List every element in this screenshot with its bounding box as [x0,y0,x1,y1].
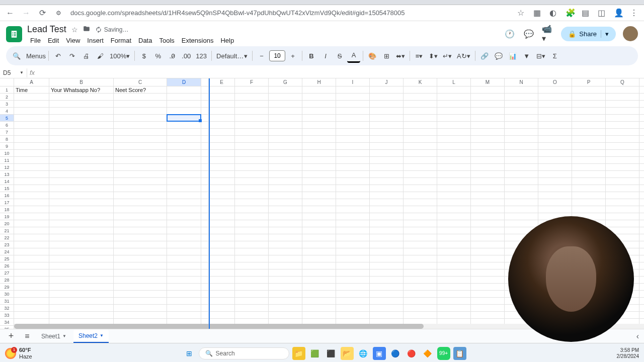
cell[interactable] [49,291,114,297]
cell[interactable] [114,101,167,107]
cell[interactable] [14,115,49,121]
cell[interactable] [437,241,471,248]
cell[interactable] [302,164,336,170]
share-button[interactable]: 🔒Share▾ [561,27,616,41]
cell[interactable] [14,101,49,107]
cell[interactable] [572,108,606,114]
cell[interactable] [302,199,336,206]
cell[interactable] [437,277,471,283]
cell[interactable] [404,248,437,255]
add-sheet-button[interactable]: + [4,331,18,341]
cell[interactable] [606,206,639,213]
url-text[interactable]: docs.google.com/spreadsheets/d/1HR4sew5Q… [68,9,513,17]
cell[interactable] [269,86,302,93]
cell[interactable] [437,178,471,185]
cell[interactable] [505,94,538,100]
cell[interactable] [114,213,167,220]
taskbar-app-4[interactable]: 📂 [341,347,354,360]
cell[interactable] [14,262,49,269]
taskbar-whatsapp[interactable]: 99+ [437,347,450,360]
cell[interactable] [538,206,572,213]
cell[interactable] [269,171,302,177]
cell[interactable] [538,136,572,142]
cell[interactable] [471,234,505,241]
print-icon[interactable]: 🖨 [79,49,93,63]
cell[interactable] [235,206,269,213]
cell[interactable] [209,101,235,107]
cell[interactable] [370,213,404,220]
cell[interactable] [235,262,269,269]
cell[interactable] [167,115,201,121]
cell[interactable] [606,199,639,206]
cell[interactable] [201,312,209,318]
col-header-N[interactable]: N [505,78,538,86]
cell[interactable] [336,178,370,185]
col-header-H[interactable]: H [302,78,336,86]
cell[interactable] [336,86,370,93]
row-header[interactable]: 21 [0,227,14,234]
cell[interactable] [404,269,437,276]
cell[interactable] [404,129,437,135]
cell[interactable] [167,136,201,142]
cell[interactable] [167,199,201,206]
cell[interactable] [336,108,370,114]
cell[interactable] [167,129,201,135]
cell[interactable] [201,86,209,93]
cell[interactable] [572,115,606,121]
cell[interactable] [201,291,209,297]
row-header[interactable]: 26 [0,262,14,269]
cell[interactable] [14,136,49,142]
cell[interactable] [370,284,404,290]
cell[interactable] [167,108,201,114]
comment-icon[interactable]: 💬 [523,28,535,40]
cell[interactable] [269,312,302,318]
cell[interactable] [437,171,471,177]
italic-icon[interactable]: I [319,49,332,63]
row-header[interactable]: 9 [0,143,14,149]
cell[interactable] [404,86,437,93]
cell[interactable] [336,157,370,163]
row-header[interactable]: 8 [0,136,14,142]
cell[interactable] [538,101,572,107]
cell[interactable] [302,129,336,135]
cell[interactable] [14,199,49,206]
cell[interactable] [336,185,370,192]
paint-format-icon[interactable]: 🖌 [94,49,107,63]
col-header-D[interactable]: D [167,78,201,86]
cell[interactable] [302,213,336,220]
increase-font-icon[interactable]: + [286,49,299,63]
document-title[interactable]: Lead Test [27,24,66,35]
more-formats-icon[interactable]: 123 [194,49,209,63]
cell[interactable] [167,86,201,93]
cell[interactable] [209,305,235,311]
cell[interactable] [505,171,538,177]
cell[interactable] [437,298,471,304]
cell[interactable] [370,108,404,114]
cell[interactable] [471,94,505,100]
cell[interactable] [336,262,370,269]
text-color-icon[interactable]: A [347,49,360,63]
menu-extensions[interactable]: Extensions [179,36,217,45]
cell[interactable] [269,115,302,121]
cell[interactable] [437,86,471,93]
cell[interactable] [302,94,336,100]
cell[interactable] [14,234,49,241]
star-icon[interactable]: ☆ [71,26,78,34]
decrease-decimal-icon[interactable]: .0̷ [166,49,179,63]
cell[interactable] [209,248,235,255]
cell[interactable] [538,164,572,170]
cell[interactable] [167,94,201,100]
cell[interactable] [201,108,209,114]
reload-button[interactable]: ⟳ [36,7,48,19]
cell[interactable] [14,255,49,262]
cell[interactable] [209,171,235,177]
cell[interactable] [572,199,606,206]
puzzle-icon[interactable]: 🧩 [566,8,576,18]
cell[interactable] [269,101,302,107]
cell[interactable] [209,284,235,290]
cell[interactable] [49,262,114,269]
cell[interactable] [201,284,209,290]
menus-label[interactable]: Menus [24,52,46,60]
cell[interactable] [370,150,404,156]
cell[interactable] [209,157,235,163]
